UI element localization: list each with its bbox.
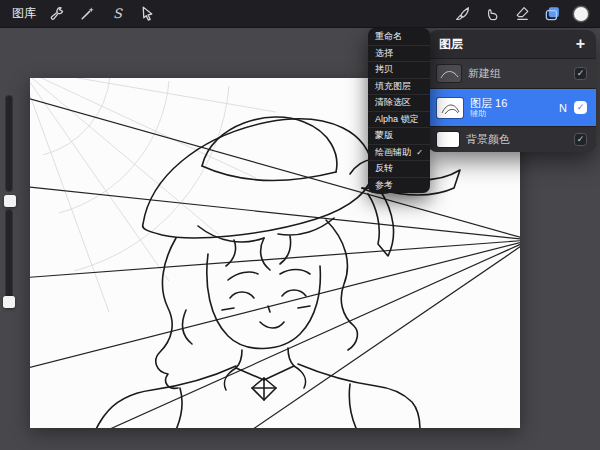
menu-item-invert[interactable]: 反转 xyxy=(368,160,430,177)
layers-panel: 图层 + 新建组 ✓ 图层 16 辅助 N ✓ 背景颜色 ✓ xyxy=(428,30,596,152)
layer-name: 背景颜色 xyxy=(466,132,567,147)
menu-item-label: 参考 xyxy=(375,179,393,192)
menu-item-label: 选择 xyxy=(375,47,393,60)
layer-thumbnail xyxy=(437,132,459,147)
layer-visibility-checkbox[interactable]: ✓ xyxy=(574,133,587,146)
layer-visibility-checkbox[interactable]: ✓ xyxy=(574,67,587,80)
add-layer-button[interactable]: + xyxy=(576,36,585,52)
menu-item-label: 填充图层 xyxy=(375,80,411,93)
selection-letter: S xyxy=(113,5,122,22)
selection-icon[interactable]: S xyxy=(109,5,126,22)
menu-item-label: 蒙版 xyxy=(375,129,393,142)
opacity-slider-handle[interactable] xyxy=(3,296,15,308)
adjustments-wand-icon[interactable] xyxy=(79,5,96,22)
menu-item-rename[interactable]: 重命名 xyxy=(368,28,430,45)
layers-icon[interactable] xyxy=(544,5,561,22)
layer-visibility-checkbox[interactable]: ✓ xyxy=(574,101,587,114)
layer-name-wrap: 图层 16 辅助 xyxy=(470,97,552,119)
layer-row-group[interactable]: 新建组 ✓ xyxy=(428,58,596,88)
layer-assist-subtitle: 辅助 xyxy=(470,109,552,118)
topbar: 图库 S xyxy=(0,0,600,28)
brush-sidebar xyxy=(2,95,18,304)
menu-item-label: 重命名 xyxy=(375,30,402,43)
smudge-finger-icon[interactable] xyxy=(484,5,501,22)
menu-item-mask[interactable]: 蒙版 xyxy=(368,127,430,144)
modify-button[interactable] xyxy=(4,195,16,207)
menu-item-label: 反转 xyxy=(375,162,393,175)
topbar-left: 图库 S xyxy=(12,5,156,22)
color-swatch[interactable] xyxy=(574,7,588,21)
topbar-right xyxy=(454,5,588,22)
menu-item-label: Alpha 锁定 xyxy=(375,113,419,126)
layers-panel-title: 图层 xyxy=(439,36,463,53)
procreate-app: 图库 S xyxy=(0,0,600,450)
blend-mode-badge[interactable]: N xyxy=(559,102,567,114)
brush-icon[interactable] xyxy=(454,5,471,22)
menu-item-drawing-assist[interactable]: 绘画辅助 ✓ xyxy=(368,144,430,161)
menu-item-label: 绘画辅助 xyxy=(375,146,411,159)
menu-item-label: 清除选区 xyxy=(375,96,411,109)
eraser-icon[interactable] xyxy=(514,5,531,22)
menu-item-reference[interactable]: 参考 xyxy=(368,177,430,194)
layers-panel-header: 图层 + xyxy=(428,30,596,58)
menu-item-fill-layer[interactable]: 填充图层 xyxy=(368,78,430,95)
layer-thumbnail xyxy=(437,65,461,82)
layer-row-background[interactable]: 背景颜色 ✓ xyxy=(428,126,596,152)
menu-item-alpha-lock[interactable]: Alpha 锁定 xyxy=(368,111,430,128)
layer-thumbnail xyxy=(437,98,463,118)
layer-options-menu: 重命名 选择 拷贝 填充图层 清除选区 Alpha 锁定 蒙版 绘画辅助 ✓ 反… xyxy=(368,28,430,193)
layer-name: 新建组 xyxy=(468,66,567,81)
menu-item-label: 拷贝 xyxy=(375,63,393,76)
layer-row-selected[interactable]: 图层 16 辅助 N ✓ xyxy=(428,88,596,126)
brush-size-slider[interactable] xyxy=(5,95,13,192)
layer-name: 图层 16 xyxy=(470,97,552,110)
opacity-slider[interactable] xyxy=(5,209,13,304)
actions-wrench-icon[interactable] xyxy=(49,5,66,22)
menu-item-select[interactable]: 选择 xyxy=(368,45,430,62)
gallery-button[interactable]: 图库 xyxy=(12,5,36,22)
menu-item-clear[interactable]: 清除选区 xyxy=(368,94,430,111)
menu-item-copy[interactable]: 拷贝 xyxy=(368,61,430,78)
checkmark-icon: ✓ xyxy=(416,148,423,157)
transform-arrow-icon[interactable] xyxy=(139,5,156,22)
